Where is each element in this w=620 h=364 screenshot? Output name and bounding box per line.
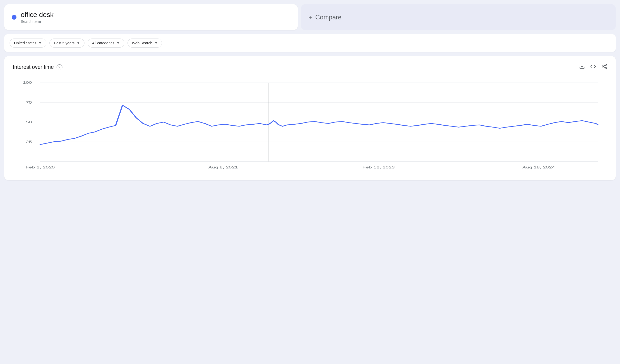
trend-chart: 100 75 50 25 Feb 2, 2020 Aug 8, 2021 Feb… [13, 77, 607, 173]
search-type-chevron-icon: ▼ [154, 41, 158, 45]
chart-actions [579, 64, 607, 71]
chart-title: Interest over time [13, 64, 54, 70]
search-type-filter-label: Web Search [132, 41, 152, 45]
svg-text:Aug 8, 2021: Aug 8, 2021 [208, 165, 238, 169]
svg-text:Feb 12, 2023: Feb 12, 2023 [362, 165, 395, 169]
filters-row: United States ▼ Past 5 years ▼ All categ… [4, 34, 616, 52]
chart-card: Interest over time ? [4, 56, 616, 180]
embed-icon[interactable] [590, 64, 596, 71]
region-filter-label: United States [14, 41, 36, 45]
svg-text:100: 100 [23, 81, 32, 85]
search-type-filter[interactable]: Web Search ▼ [128, 39, 162, 48]
compare-label: Compare [315, 14, 342, 21]
share-icon[interactable] [601, 64, 607, 71]
search-term-label: Search term [21, 19, 54, 24]
svg-text:25: 25 [26, 140, 32, 144]
search-term-card: office desk Search term [4, 4, 298, 30]
svg-text:Aug 18, 2024: Aug 18, 2024 [522, 165, 555, 169]
search-dot [12, 15, 16, 20]
time-chevron-icon: ▼ [77, 41, 80, 45]
chart-title-row: Interest over time ? [13, 64, 62, 70]
region-chevron-icon: ▼ [39, 41, 42, 45]
search-term-name: office desk [21, 11, 54, 19]
svg-line-5 [604, 65, 605, 66]
category-filter[interactable]: All categories ▼ [88, 39, 124, 48]
download-icon[interactable] [579, 64, 585, 71]
help-icon[interactable]: ? [57, 64, 62, 70]
time-filter[interactable]: Past 5 years ▼ [49, 39, 84, 48]
compare-plus-icon: + [308, 14, 312, 21]
svg-line-4 [604, 67, 605, 68]
category-chevron-icon: ▼ [117, 41, 120, 45]
chart-header: Interest over time ? [13, 64, 607, 71]
svg-text:75: 75 [26, 100, 32, 104]
compare-card[interactable]: + Compare [301, 4, 616, 30]
category-filter-label: All categories [92, 41, 114, 45]
region-filter[interactable]: United States ▼ [10, 39, 46, 48]
chart-area: 100 75 50 25 Feb 2, 2020 Aug 8, 2021 Feb… [13, 77, 607, 173]
svg-text:Feb 2, 2020: Feb 2, 2020 [26, 165, 55, 169]
time-filter-label: Past 5 years [54, 41, 75, 45]
search-text-block: office desk Search term [21, 11, 54, 24]
svg-text:50: 50 [26, 120, 32, 124]
